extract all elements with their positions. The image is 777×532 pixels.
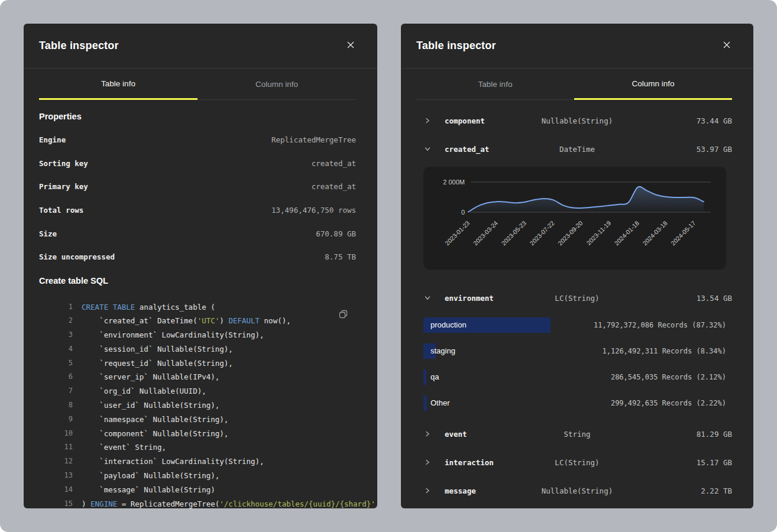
property-label: Total rows — [39, 206, 83, 215]
column-name: created_at — [445, 145, 489, 154]
sql-code-block: 1CREATE TABLE analytics_table (2 `create… — [39, 293, 356, 509]
line-number: 14 — [39, 483, 82, 497]
tab-column-info[interactable]: Column info — [574, 69, 732, 100]
tab-label: Column info — [255, 80, 298, 89]
column-size: 2.22 TB — [701, 486, 732, 495]
close-button[interactable] — [721, 40, 732, 52]
copy-icon — [338, 309, 348, 321]
created-at-distribution-chart: 2 000M02023-01-232023-03-242023-05-23202… — [423, 167, 726, 270]
properties-list: EngineReplicatedMergeTreeSorting keycrea… — [39, 128, 356, 269]
x-tick-label: 2023-11-19 — [585, 219, 612, 246]
property-value: 670.89 GB — [316, 229, 356, 238]
property-value: 13,496,476,750 rows — [271, 206, 356, 215]
column-row-interaction[interactable]: interactionLC(String)15.17 GB — [401, 448, 753, 476]
column-type: Nullable(String) — [542, 116, 613, 125]
close-icon — [347, 41, 355, 51]
column-name: environment — [445, 294, 494, 303]
code-line: 8 `user_id` Nullable(String), — [39, 398, 356, 413]
chevron-right-icon[interactable] — [425, 118, 430, 124]
column-list: componentNullable(String)73.44 GBcreated… — [401, 100, 753, 505]
code-text: `message` Nullable(String) — [82, 483, 215, 497]
create-table-sql-heading: Create table SQL — [39, 269, 356, 293]
chevron-right-icon[interactable] — [425, 431, 430, 437]
line-number: 4 — [39, 342, 82, 356]
code-line: 9 `namespace` Nullable(String), — [39, 413, 356, 427]
line-number: 2 — [39, 314, 82, 328]
code-line: 7 `org_id` Nullable(UUID), — [39, 384, 356, 398]
code-text: `payload` Nullable(String), — [82, 469, 219, 483]
column-name: interaction — [445, 458, 494, 467]
property-value: created_at — [312, 182, 356, 191]
column-size: 15.17 GB — [697, 458, 732, 467]
property-label: Primary key — [39, 182, 88, 191]
line-number: 13 — [39, 469, 82, 483]
code-text: `org_id` Nullable(UUID), — [82, 384, 206, 398]
column-row-component[interactable]: componentNullable(String)73.44 GB — [401, 106, 753, 135]
code-line: 13 `payload` Nullable(String), — [39, 469, 356, 483]
property-value: ReplicatedMergeTree — [271, 135, 356, 144]
line-number: 5 — [39, 356, 82, 371]
property-label: Size — [39, 229, 57, 238]
tab-table-info[interactable]: Table info — [416, 69, 574, 100]
value-records: 299,492,635 Records (2.22%) — [611, 399, 726, 407]
tab-table-info[interactable]: Table info — [39, 69, 198, 100]
column-name: component — [445, 116, 485, 125]
value-bar-row-production: production11,792,372,086 Records (87.32%… — [401, 312, 753, 338]
code-line: 10 `component` Nullable(String), — [39, 427, 356, 441]
property-label: Size uncompressed — [39, 252, 115, 261]
value-label: production — [430, 312, 467, 338]
property-value: created_at — [312, 159, 356, 168]
code-line: 14 `message` Nullable(String) — [39, 483, 356, 497]
close-icon — [723, 41, 731, 51]
column-row-message[interactable]: messageNullable(String)2.22 TB — [401, 476, 753, 505]
code-text: `session_id` Nullable(String), — [82, 342, 233, 356]
tab-label: Table info — [478, 80, 513, 89]
chevron-right-icon[interactable] — [425, 488, 430, 494]
code-text: `interaction` LowCardinality(String), — [82, 455, 264, 469]
tab-column-info[interactable]: Column info — [198, 69, 356, 100]
property-label: Sorting key — [39, 159, 88, 168]
column-size: 81.29 GB — [697, 430, 732, 439]
code-line: 2 `created_at` DateTime('UTC') DEFAULT n… — [39, 314, 356, 328]
tab-label: Table info — [101, 79, 135, 88]
column-row-event[interactable]: eventString81.29 GB — [401, 420, 753, 448]
code-line: 6 `server_ip` Nullable(IPv4), — [39, 370, 356, 384]
code-line: 11 `event` String, — [39, 440, 356, 455]
property-row: Total rows13,496,476,750 rows — [39, 199, 356, 222]
screenshot-canvas: Table inspector Table info Column info P… — [0, 0, 777, 532]
copy-sql-button[interactable] — [335, 307, 351, 323]
panel-header: Table inspector — [24, 24, 377, 69]
chevron-right-icon[interactable] — [425, 459, 430, 465]
code-text: `request_id` Nullable(String), — [82, 356, 233, 371]
x-tick-label: 2023-07-22 — [528, 219, 556, 247]
tab-bar: Table info Column info — [39, 69, 356, 100]
value-label: qa — [430, 364, 439, 390]
property-row: Size uncompressed8.75 TB — [39, 245, 356, 269]
close-button[interactable] — [345, 40, 356, 52]
code-text: `user_id` Nullable(String), — [82, 398, 219, 413]
x-tick-label: 2023-09-20 — [556, 219, 584, 247]
x-tick-label: 2023-03-24 — [472, 219, 500, 247]
code-line: 12 `interaction` LowCardinality(String), — [39, 455, 356, 469]
code-text: CREATE TABLE analytics_table ( — [82, 300, 215, 314]
line-number: 10 — [39, 427, 82, 441]
line-number: 15 — [39, 497, 82, 508]
code-line: 3 `environment` LowCardinality(String), — [39, 328, 356, 342]
chevron-down-icon[interactable] — [425, 295, 430, 301]
line-number: 12 — [39, 455, 82, 469]
line-number: 9 — [39, 413, 82, 427]
value-records: 286,545,035 Records (2.12%) — [611, 373, 726, 381]
column-size: 53.97 GB — [697, 145, 732, 154]
chevron-down-icon[interactable] — [425, 146, 430, 152]
line-number: 11 — [39, 440, 82, 455]
line-number: 7 — [39, 384, 82, 398]
line-number: 6 — [39, 370, 82, 384]
code-line: 4 `session_id` Nullable(String), — [39, 342, 356, 356]
column-row-created_at[interactable]: created_atDateTime53.97 GB — [401, 135, 753, 163]
line-number: 1 — [39, 300, 82, 314]
code-text: `server_ip` Nullable(IPv4), — [82, 370, 219, 384]
property-label: Engine — [39, 135, 66, 144]
code-text: ) ENGINE = ReplicatedMergeTree('/clickho… — [82, 497, 377, 508]
x-tick-label: 2024-03-18 — [641, 219, 669, 247]
column-row-environment[interactable]: environmentLC(String)13.54 GB — [401, 284, 753, 312]
